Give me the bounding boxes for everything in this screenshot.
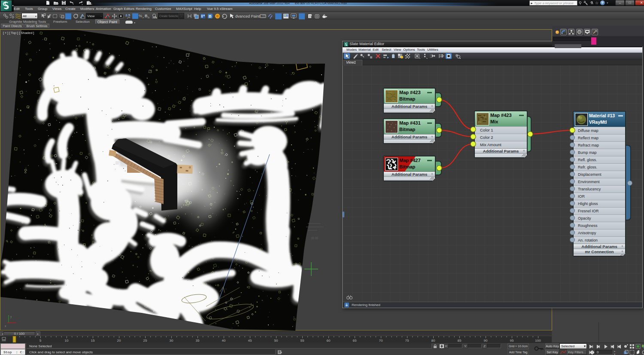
svg-text:5: 5 [39,339,42,343]
svg-text:30: 30 [170,339,173,343]
svg-text:10: 10 [65,339,69,343]
svg-text:%: % [139,14,142,18]
svg-text:75: 75 [405,339,409,343]
svg-text:70: 70 [379,339,383,343]
svg-text:B: B [209,14,212,18]
svg-text:95: 95 [510,339,514,343]
svg-text:55: 55 [301,339,304,343]
svg-text:x: x [5,324,6,327]
svg-text:n: n [148,16,149,19]
svg-text:20: 20 [117,339,121,343]
svg-text:15: 15 [91,339,95,343]
svg-text:40: 40 [222,339,226,343]
svg-text:50: 50 [274,339,278,343]
svg-text:60: 60 [327,339,331,343]
svg-text:65: 65 [353,339,357,343]
svg-text:80: 80 [431,339,435,343]
svg-text:Bm: Bm [261,15,265,18]
svg-text:y: y [10,315,12,318]
svg-text:2.5: 2.5 [125,13,131,17]
svg-text:100: 100 [535,339,541,343]
svg-text:25: 25 [143,339,147,343]
svg-text:35: 35 [196,339,200,343]
svg-text:90: 90 [484,339,488,343]
svg-text:45: 45 [248,339,252,343]
svg-text:F: F [50,14,52,16]
svg-text:B: B [145,14,148,18]
svg-text:ABC: ABC [152,16,157,19]
svg-text:85: 85 [458,339,462,343]
